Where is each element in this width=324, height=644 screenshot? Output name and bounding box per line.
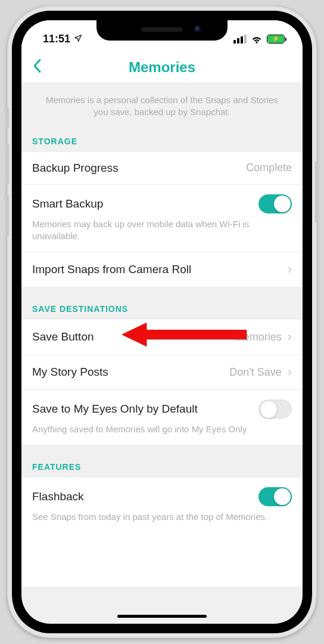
location-icon [74, 33, 82, 45]
status-time: 11:51 [43, 33, 70, 45]
eyes-only-toggle[interactable] [258, 400, 292, 419]
save-button-value: Memories [235, 331, 282, 343]
save-button-label: Save Button [32, 330, 94, 343]
smart-backup-label: Smart Backup [32, 197, 103, 210]
volume-up-button [6, 143, 9, 185]
mute-switch [6, 107, 9, 129]
intro-text: Memories is a personal collection of the… [21, 82, 303, 129]
flashback-sub: See Snaps from today in past years at th… [32, 506, 292, 523]
section-header-save-destinations: SAVE DESTINATIONS [21, 287, 303, 320]
cell-signal-icon [233, 35, 247, 44]
import-snaps-label: Import Snaps from Camera Roll [32, 263, 191, 276]
battery-charging-icon: ⚡ [267, 35, 285, 44]
smart-backup-sub: Memories may back up over mobile data wh… [32, 213, 292, 243]
row-my-story-posts[interactable]: My Story Posts Don't Save › [21, 355, 303, 390]
flashback-label: Flashback [32, 490, 84, 503]
notch [96, 20, 228, 41]
nav-header: Memories [21, 52, 303, 82]
wifi-icon [251, 35, 263, 44]
section-header-storage: STORAGE [21, 129, 303, 152]
row-smart-backup: Smart Backup Memories may back up over m… [21, 185, 303, 253]
chevron-right-icon: › [288, 329, 292, 345]
page-title: Memories [129, 59, 195, 76]
phone-frame: 11:51 ⚡ [7, 6, 317, 638]
eyes-only-sub: Anything saved to Memories will go into … [32, 419, 292, 435]
flashback-toggle[interactable] [258, 487, 292, 506]
section-header-features: FEATURES [21, 445, 303, 478]
row-flashback: Flashback See Snaps from today in past y… [21, 478, 303, 532]
backup-progress-value: Complete [246, 162, 292, 174]
row-import-snaps[interactable]: Import Snaps from Camera Roll › [21, 252, 303, 287]
my-story-posts-label: My Story Posts [32, 366, 108, 379]
backup-progress-label: Backup Progress [32, 162, 119, 175]
row-save-button[interactable]: Save Button Memories › [21, 320, 303, 355]
home-indicator[interactable] [117, 615, 207, 618]
chevron-right-icon: › [288, 262, 292, 277]
my-story-posts-value: Don't Save [229, 366, 282, 379]
row-backup-progress[interactable]: Backup Progress Complete [21, 152, 303, 185]
power-button [315, 161, 318, 223]
chevron-right-icon: › [288, 364, 292, 380]
volume-down-button [6, 194, 9, 236]
eyes-only-label: Save to My Eyes Only by Default [32, 402, 198, 416]
back-button[interactable] [32, 58, 42, 77]
row-eyes-only: Save to My Eyes Only by Default Anything… [21, 390, 303, 445]
smart-backup-toggle[interactable] [258, 194, 292, 213]
screen: 11:51 ⚡ [21, 20, 303, 624]
